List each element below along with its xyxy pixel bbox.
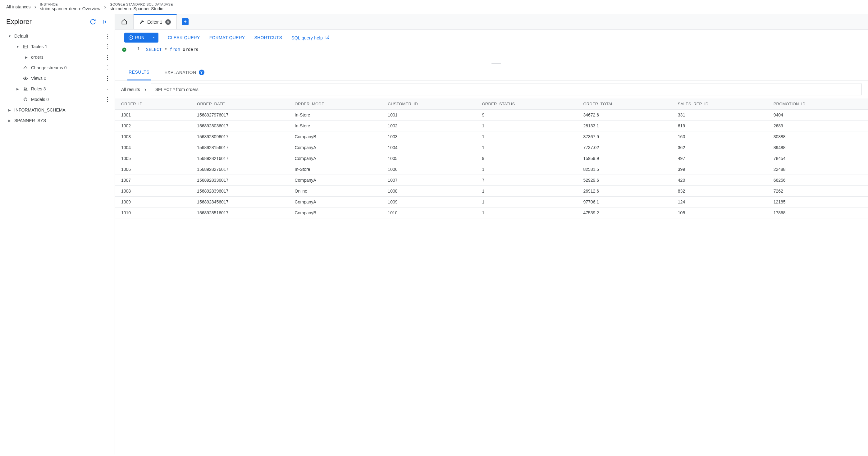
table-cell: 34672.6 (579, 110, 673, 121)
tree-node-orders[interactable]: ▶ orders ⋮ (0, 52, 115, 62)
tree-node-default[interactable]: ▼ Default ⋮ (0, 31, 115, 41)
add-tab-button[interactable]: + (182, 18, 189, 25)
breadcrumb-instance[interactable]: INSTANCE striim-spanner-demo: Overview (40, 2, 101, 11)
table-cell: 1007 (115, 175, 193, 186)
tree-label: Views (31, 76, 42, 81)
column-header[interactable]: ORDER_STATUS (478, 98, 579, 110)
external-link-icon (325, 35, 330, 40)
chevron-right-icon[interactable]: › (145, 86, 146, 93)
table-row[interactable]: 10081568928396017Online1008126912.683272… (115, 186, 868, 196)
table-cell: 1006 (383, 164, 477, 175)
sql-editor[interactable]: 1 SELECT * from orders (115, 45, 868, 65)
shortcuts-button[interactable]: SHORTCUTS (254, 35, 282, 40)
tree-node-roles[interactable]: ▶ Roles 3 ⋮ (0, 84, 115, 94)
table-cell: Online (290, 186, 384, 196)
sql-help-link[interactable]: SQL query help (291, 35, 330, 40)
kebab-icon[interactable]: ⋮ (105, 85, 110, 92)
results-tab-bar: RESULTS EXPLANATION ? (115, 65, 868, 81)
breadcrumb-database[interactable]: GOOGLE STANDARD SQL DATABASE striimdemo:… (110, 2, 173, 11)
kebab-icon[interactable]: ⋮ (105, 75, 110, 82)
kebab-icon[interactable]: ⋮ (105, 64, 110, 71)
refresh-icon[interactable] (90, 19, 96, 25)
table-cell: 1003 (115, 131, 193, 142)
column-header[interactable]: ORDER_MODE (290, 98, 384, 110)
breadcrumb-db-value: striimdemo: Spanner Studio (110, 6, 173, 11)
run-button-main[interactable]: RUN (124, 33, 149, 42)
tab-home[interactable] (115, 14, 133, 29)
breadcrumb-root[interactable]: All instances (6, 4, 31, 9)
table-cell: 26912.6 (579, 186, 673, 196)
run-button[interactable]: RUN (124, 33, 158, 42)
code-line[interactable]: SELECT * from orders (140, 46, 198, 52)
tab-bar: Editor 1 ✕ + (115, 14, 868, 30)
clear-query-button[interactable]: CLEAR QUERY (168, 35, 200, 40)
table-cell: 1003 (383, 131, 477, 142)
tree-label: Change streams (31, 65, 63, 70)
tree-node-models[interactable]: Models 0 ⋮ (0, 94, 115, 105)
table-row[interactable]: 10101568928516017CompanyB1010147539.2105… (115, 208, 868, 218)
table-body: 10011568927976017In-Store1001934672.6331… (115, 110, 868, 218)
table-row[interactable]: 10071568928336017CompanyA1007752929.6420… (115, 175, 868, 186)
column-header[interactable]: ORDER_DATE (193, 98, 290, 110)
table-row[interactable]: 10061568928276017In-Store1006182531.5399… (115, 164, 868, 175)
svg-rect-0 (103, 20, 104, 24)
table-cell: 30888 (769, 131, 868, 142)
table-cell: CompanyA (290, 175, 384, 186)
tab-explanation[interactable]: EXPLANATION ? (163, 65, 206, 80)
tree-node-spanner-sys[interactable]: ▶ SPANNER_SYS (0, 115, 115, 126)
drag-handle[interactable] (492, 63, 501, 64)
tree-node-tables[interactable]: ▼ Tables 1 ⋮ (0, 41, 115, 52)
column-header[interactable]: SALES_REP_ID (674, 98, 769, 110)
tree-node-information-schema[interactable]: ▶ INFORMATION_SCHEMA (0, 105, 115, 115)
table-cell: 1004 (115, 142, 193, 153)
caret-down-icon[interactable]: ▼ (7, 34, 12, 38)
tab-explanation-label: EXPLANATION (164, 70, 196, 75)
tree-node-views[interactable]: Views 0 ⋮ (0, 73, 115, 84)
kebab-icon[interactable]: ⋮ (105, 43, 110, 50)
caret-right-icon[interactable]: ▶ (15, 87, 21, 91)
kebab-icon[interactable]: ⋮ (105, 54, 110, 61)
svg-point-4 (25, 78, 26, 79)
caret-right-icon[interactable]: ▶ (24, 56, 29, 59)
table-cell: CompanyB (290, 208, 384, 218)
format-query-button[interactable]: FORMAT QUERY (209, 35, 245, 40)
close-icon[interactable]: ✕ (165, 19, 171, 25)
table-cell: 78454 (769, 153, 868, 164)
tab-editor-1[interactable]: Editor 1 ✕ (133, 14, 177, 29)
table-row[interactable]: 10031568928096017CompanyB1003137367.9160… (115, 131, 868, 142)
table-cell: 105 (674, 208, 769, 218)
tree-node-change-streams[interactable]: Change streams 0 ⋮ (0, 62, 115, 73)
tab-results[interactable]: RESULTS (127, 65, 151, 81)
run-dropdown[interactable] (149, 34, 158, 42)
column-header[interactable]: CUSTOMER_ID (383, 98, 477, 110)
table-row[interactable]: 10041568928156017CompanyA100417737.02362… (115, 142, 868, 153)
caret-right-icon[interactable]: ▶ (7, 119, 12, 122)
column-header[interactable]: ORDER_ID (115, 98, 193, 110)
kebab-icon[interactable]: ⋮ (105, 33, 110, 39)
results-table: ORDER_IDORDER_DATEORDER_MODECUSTOMER_IDO… (115, 98, 868, 218)
column-header[interactable]: PROMOTION_ID (769, 98, 868, 110)
table-cell: 28133.1 (579, 121, 673, 131)
results-query-display[interactable]: SELECT * from orders (151, 84, 862, 95)
table-cell: 1568928096017 (193, 131, 290, 142)
caret-down-icon[interactable]: ▼ (15, 45, 21, 49)
table-cell: 1005 (383, 153, 477, 164)
table-row[interactable]: 10091568928456017CompanyA1009197706.1124… (115, 196, 868, 208)
tree-label: INFORMATION_SCHEMA (14, 108, 66, 113)
column-header[interactable]: ORDER_TOTAL (579, 98, 673, 110)
table-cell: 1009 (383, 196, 477, 208)
query-toolbar: RUN CLEAR QUERY FORMAT QUERY SHORTCUTS S… (115, 30, 868, 45)
table-cell: 9 (478, 110, 579, 121)
table-cell: 52929.6 (579, 175, 673, 186)
caret-right-icon[interactable]: ▶ (7, 109, 12, 112)
svg-point-10 (122, 48, 126, 52)
table-row[interactable]: 10021568928036017In-Store1002128133.1619… (115, 121, 868, 131)
kebab-icon[interactable]: ⋮ (105, 96, 110, 103)
table-row[interactable]: 10051568928216017CompanyA1005915959.9497… (115, 153, 868, 164)
help-icon[interactable]: ? (199, 69, 205, 75)
table-cell: CompanyA (290, 142, 384, 153)
table-row[interactable]: 10011568927976017In-Store1001934672.6331… (115, 110, 868, 121)
breadcrumb-instance-label: INSTANCE (40, 2, 101, 6)
collapse-sidebar-icon[interactable] (102, 19, 108, 25)
table-cell: 7737.02 (579, 142, 673, 153)
